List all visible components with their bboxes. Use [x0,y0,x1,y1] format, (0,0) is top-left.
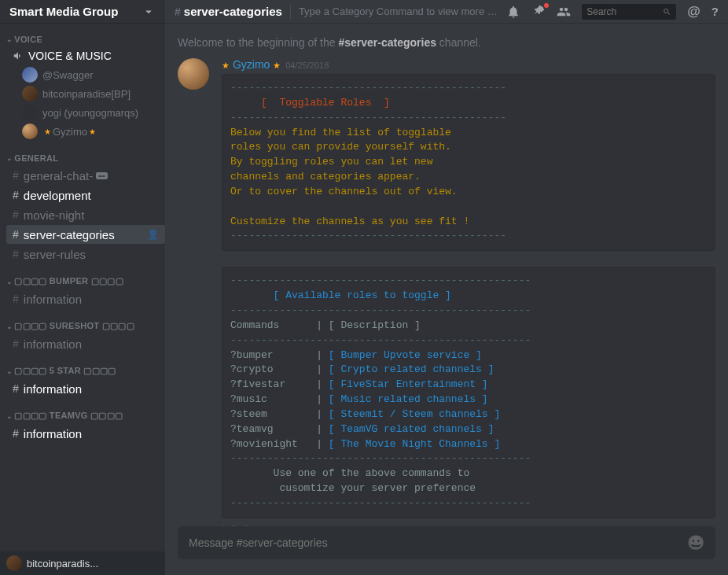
hash-icon: # [13,337,19,350]
channel-development[interactable]: #development [6,186,165,205]
message-input-box[interactable]: 😀 [178,526,715,559]
user-panel[interactable]: bitcoinparadis... [0,551,165,575]
caret-down-icon: ⌄ [6,154,13,162]
channel-server-categories[interactable]: #server-categories👤 [6,225,165,244]
search-input[interactable] [586,6,663,17]
search-box[interactable] [582,4,676,20]
timestamp: 04/25/2018 [285,61,329,70]
user-panel-name: bitcoinparadis... [27,558,98,569]
category-5star[interactable]: ⌄▢▢▢▢ 5 STAR ▢▢▢▢ [0,361,165,379]
channel-movie-night[interactable]: #movie-night [6,205,165,224]
star-icon: ★ [89,127,96,136]
server-name: Smart Media Group [9,5,118,18]
avatar [22,105,38,120]
avatar [22,86,38,101]
channel-title: server-categories [184,5,282,18]
avatar [22,123,38,139]
hash-icon: # [13,427,19,440]
add-person-icon[interactable]: 👤 [147,229,159,240]
message-input[interactable] [189,536,687,549]
avatar [22,67,38,83]
hash-icon: # [13,189,19,201]
avatar [6,555,22,571]
main-area: # server-categories Type a Category Comm… [165,0,728,575]
hash-icon: # [13,228,19,241]
speech-bubble-icon: ••• [96,172,107,179]
username[interactable]: ★ Gyzimo ★ [222,58,281,71]
divider [290,5,291,19]
caret-down-icon: ⌄ [6,412,13,420]
channel-information[interactable]: #information [6,379,165,398]
channel-information[interactable]: #information [6,334,165,353]
code-block: ----------------------------------------… [222,74,715,251]
voice-user[interactable]: ★Gyzimo★ [0,122,165,141]
emoji-icon[interactable]: 😀 [687,534,704,551]
star-icon: ★ [44,127,51,136]
hash-icon: # [13,169,19,182]
category-teamvg[interactable]: ⌄▢▢▢▢ TEAMVG ▢▢▢▢ [0,406,165,424]
avatar[interactable] [178,58,209,90]
server-header[interactable]: Smart Media Group [0,0,165,24]
search-icon [663,7,671,17]
welcome-text: Welcome to the beginning of the #server-… [178,36,715,49]
channel-information[interactable]: #information [6,424,165,443]
category-voice[interactable]: ⌄ VOICE [0,30,165,47]
mention-icon[interactable]: @ [687,4,700,20]
caret-down-icon: ⌄ [6,323,13,330]
channel-sidebar: Smart Media Group ⌄ VOICE VOICE & MUSIC … [0,0,165,575]
messages-area: Welcome to the beginning of the #server-… [165,24,728,526]
hash-icon: # [13,382,19,395]
topbar: # server-categories Type a Category Comm… [165,0,728,24]
voice-user[interactable]: yogi (youngogmarqs) [0,103,165,122]
message-input-area: 😀 [165,526,728,575]
category-sureshot[interactable]: ⌄▢▢▢▢ SURESHOT ▢▢▢▢ [0,316,165,334]
category-bumper[interactable]: ⌄▢▢▢▢ BUMPER ▢▢▢▢ [0,271,165,289]
speaker-icon [13,50,24,61]
voice-user[interactable]: bitcoinparadise[BP] [0,84,165,103]
channel-information[interactable]: #information [6,289,165,308]
voice-channel-name: VOICE & MUSIC [28,50,112,62]
hash-icon: # [13,248,19,260]
pin-icon[interactable] [531,5,546,19]
voice-user[interactable]: @Swagger [0,65,165,84]
caret-down-icon: ⌄ [6,367,13,375]
members-icon[interactable] [557,5,571,19]
hash-icon: # [175,6,181,18]
caret-down-icon: ⌄ [6,278,13,286]
bell-icon[interactable] [506,5,520,19]
channel-topic: Type a Category Command to view more cat… [299,6,498,17]
channel-list: ⌄ VOICE VOICE & MUSIC @Swagger bitcoinpa… [0,24,165,551]
help-icon[interactable]: ? [711,5,719,18]
star-icon: ★ [273,61,281,70]
caret-down-icon: ⌄ [6,35,13,43]
channel-server-rules[interactable]: #server-rules [6,245,165,264]
category-general[interactable]: ⌄ GENERAL [0,149,165,166]
star-icon: ★ [222,61,230,70]
code-block: ----------------------------------------… [222,267,715,518]
chevron-down-icon [142,5,156,19]
edited-label: (edited) [222,525,248,526]
hash-icon: # [13,293,19,305]
message: ★ Gyzimo ★ 04/25/2018 ------------------… [178,58,715,526]
hash-icon: # [13,208,19,221]
voice-channel[interactable]: VOICE & MUSIC [6,47,165,65]
channel-general-chat[interactable]: #general-chat-••• [6,166,165,185]
